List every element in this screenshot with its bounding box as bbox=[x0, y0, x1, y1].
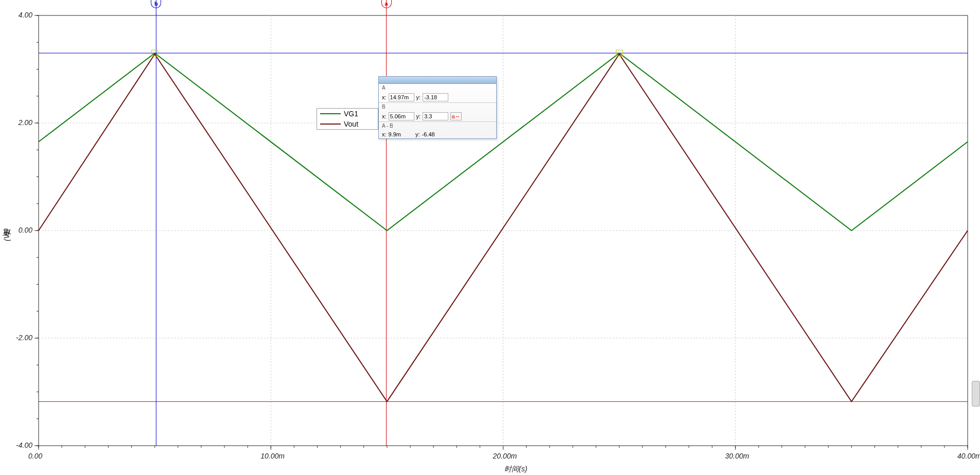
cursor-readout-panel[interactable]: A x: y: B x: y: a↔ A - B x: 9.9m y: -6.4… bbox=[378, 76, 497, 139]
y-tick-label: -4.00 bbox=[16, 441, 32, 449]
cursor-a-y-input[interactable] bbox=[423, 93, 448, 101]
legend-label-vg1: VG1 bbox=[344, 110, 358, 118]
cursor-panel-titlebar[interactable] bbox=[379, 77, 496, 84]
legend-swatch-vg1 bbox=[320, 113, 341, 114]
cursor-diff-x: 9.9m bbox=[389, 131, 401, 137]
x-tick-label: 30.00m bbox=[725, 452, 749, 460]
x-tick-label: 40.00m bbox=[957, 452, 980, 460]
cursor-b-y-input[interactable] bbox=[423, 112, 448, 120]
x-axis-label: 时间(s) bbox=[504, 465, 527, 474]
y-tick-label: 2.00 bbox=[19, 118, 32, 127]
legend-label-vout: Vout bbox=[344, 120, 358, 128]
y-tick-label: -2.00 bbox=[16, 333, 32, 342]
x-tick-label: 10.00m bbox=[260, 452, 285, 460]
x-tick-label: 20.00m bbox=[493, 452, 517, 460]
oscilloscope-chart bbox=[0, 0, 980, 475]
cursor-a-x-input[interactable] bbox=[389, 93, 414, 101]
legend-item-vg1: VG1 bbox=[317, 109, 378, 119]
cursor-b-section: B x: y: a↔ bbox=[379, 103, 496, 122]
y-axis-label: 电压(V) bbox=[2, 232, 11, 241]
legend-item-vout: Vout bbox=[317, 119, 378, 129]
cursor-diff-y: -6.48 bbox=[422, 131, 435, 137]
x-tick-label: 0.00 bbox=[28, 452, 42, 460]
y-tick-label: 0.00 bbox=[19, 226, 32, 234]
cursor-a-section: A x: y: bbox=[379, 84, 496, 103]
cursor-b-x-input[interactable] bbox=[389, 112, 414, 120]
legend-swatch-vout bbox=[320, 124, 341, 125]
cursor-target-button[interactable]: a↔ bbox=[450, 112, 462, 120]
plot-svg[interactable] bbox=[0, 0, 980, 475]
cursor-diff-header: A - B bbox=[382, 123, 493, 129]
cursor-diff-section: A - B x: 9.9m y: -6.48 bbox=[379, 122, 496, 138]
legend: VG1 Vout bbox=[317, 108, 378, 130]
cursor-b-header: B bbox=[382, 104, 493, 110]
y-tick-label: 4.00 bbox=[19, 11, 32, 19]
vertical-scrollbar[interactable] bbox=[972, 381, 980, 407]
cursor-a-header: A bbox=[382, 85, 493, 91]
